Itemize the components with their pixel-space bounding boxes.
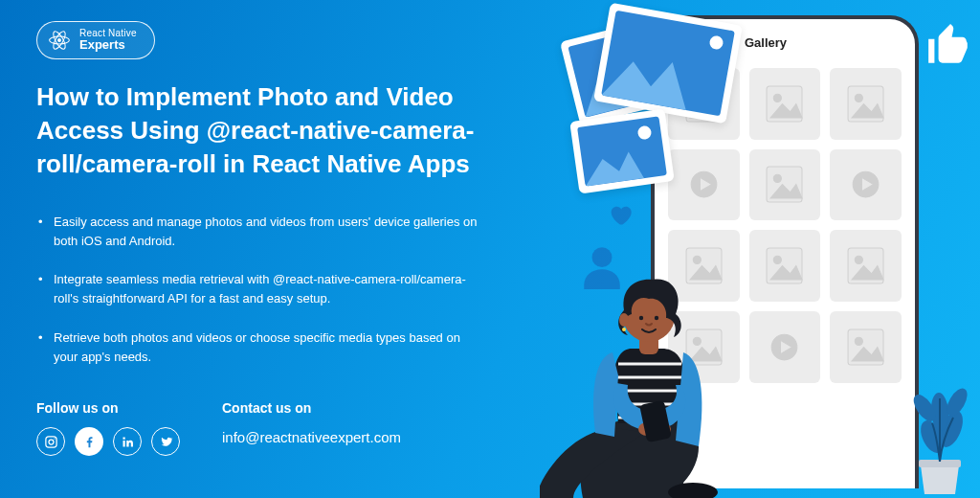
gallery-image-tile[interactable]	[830, 230, 902, 302]
svg-point-18	[855, 94, 862, 102]
photo-card-icon	[569, 108, 675, 193]
feature-item: Retrieve both photos and videos or choos…	[36, 328, 486, 367]
thumbs-up-icon	[924, 21, 972, 73]
svg-point-55	[639, 316, 643, 320]
page-title: How to Implement Photo and Video Access …	[36, 80, 544, 181]
gallery-image-tile[interactable]	[749, 68, 821, 140]
facebook-icon[interactable]	[75, 427, 103, 456]
gallery-image-tile[interactable]	[749, 149, 821, 221]
svg-marker-8	[601, 51, 694, 110]
svg-point-15	[774, 94, 782, 102]
instagram-icon[interactable]	[36, 427, 65, 456]
brand-badge: React Native Experts	[36, 21, 155, 59]
react-atom-icon	[47, 28, 72, 53]
svg-point-57	[619, 313, 629, 327]
gallery-image-tile[interactable]	[830, 68, 902, 140]
svg-point-3	[57, 38, 61, 42]
feature-list: Easily access and manage photos and vide…	[36, 213, 486, 386]
svg-marker-9	[582, 150, 645, 187]
badge-line2: Experts	[79, 38, 137, 52]
person-illustration	[540, 232, 779, 498]
heart-icon	[607, 201, 634, 232]
twitter-icon[interactable]	[151, 427, 180, 456]
svg-point-58	[622, 328, 626, 331]
contact-heading: Contact us on	[222, 400, 401, 416]
follow-heading: Follow us on	[36, 400, 180, 416]
feature-item: Integrate seamless media retrieval with …	[36, 270, 486, 308]
linkedin-icon[interactable]	[113, 427, 142, 456]
svg-point-6	[54, 438, 55, 439]
gallery-image-tile[interactable]	[830, 311, 902, 383]
contact-email[interactable]: info@reactnativeexpert.com	[222, 429, 401, 445]
contact-section: Contact us on info@reactnativeexpert.com	[222, 400, 401, 445]
follow-section: Follow us on	[36, 400, 180, 456]
svg-rect-4	[45, 436, 56, 446]
gallery-video-tile[interactable]	[830, 149, 902, 221]
phone-screen-title: Gallery	[745, 35, 787, 50]
svg-point-34	[855, 256, 862, 263]
gallery-video-tile[interactable]	[668, 149, 740, 221]
feature-item: Easily access and manage photos and vide…	[36, 213, 486, 251]
svg-point-42	[855, 337, 862, 345]
svg-point-5	[49, 440, 54, 444]
svg-point-56	[655, 316, 658, 320]
svg-point-23	[774, 175, 782, 183]
plant-icon	[905, 370, 974, 498]
